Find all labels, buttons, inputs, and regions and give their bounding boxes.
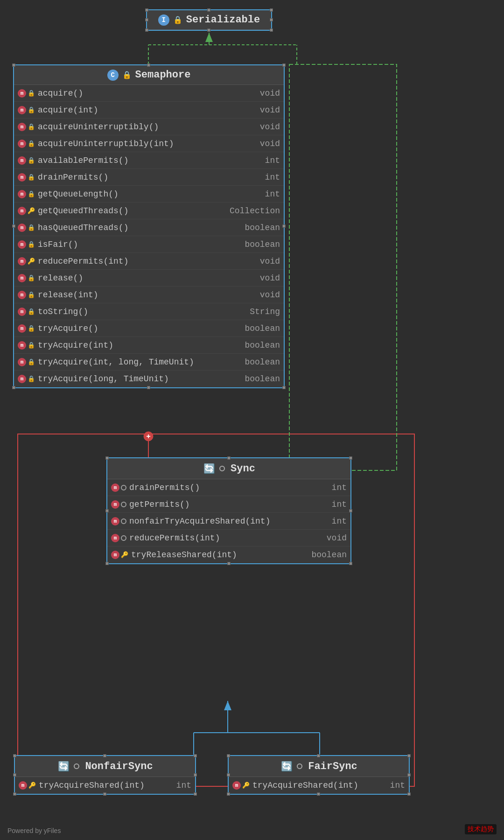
method-name: getQueueLength() xyxy=(38,189,261,199)
method-name: acquireUninterruptibly(int) xyxy=(38,139,256,148)
method-return: int xyxy=(265,173,280,182)
method-row: m 🔒 drainPermits() int xyxy=(14,169,284,186)
method-icons: m xyxy=(111,534,126,542)
method-row: m 🔒 getQueueLength() int xyxy=(14,186,284,203)
method-m-icon: m xyxy=(18,89,26,98)
method-row: m 🔒 availablePermits() int xyxy=(14,152,284,169)
method-return: void xyxy=(260,89,280,98)
method-m-icon: m xyxy=(232,781,241,790)
method-name: drainPermits() xyxy=(38,173,261,182)
method-row: m 🔑 tryAcquireShared(int) int xyxy=(15,777,195,794)
method-row: m 🔒 tryAcquire(int) boolean xyxy=(14,337,284,354)
method-m-icon: m xyxy=(18,173,26,182)
method-icons: m 🔒 xyxy=(18,324,35,333)
sync-title: Sync xyxy=(231,463,255,475)
lock-protected-icon: 🔑 xyxy=(28,782,36,789)
method-row: m reducePermits(int) void xyxy=(107,530,350,546)
lock-protected-icon: 🔑 xyxy=(242,782,250,789)
method-return: boolean xyxy=(245,374,280,384)
serializable-icon-lock: 🔒 xyxy=(173,15,182,25)
nonfairsync-title: NonfairSync xyxy=(85,761,153,772)
method-return: boolean xyxy=(245,357,280,367)
svg-point-6 xyxy=(144,432,153,441)
method-name: reducePermits(int) xyxy=(38,257,256,266)
semaphore-header: C 🔒 Semaphore xyxy=(14,65,284,85)
method-icons: m 🔑 xyxy=(19,781,36,790)
sync-icon: 🔄 xyxy=(203,462,216,475)
method-row: m 🔒 tryAcquire() boolean xyxy=(14,320,284,337)
method-return: int xyxy=(332,517,347,526)
method-row: m drainPermits() int xyxy=(107,479,350,496)
method-name: tryAcquire(int) xyxy=(38,341,241,350)
lock-icon: 🔒 xyxy=(28,190,35,198)
method-m-icon: m xyxy=(18,224,26,232)
method-row: m 🔒 acquire() void xyxy=(14,85,284,102)
method-return: boolean xyxy=(311,550,347,560)
method-name: drainPermits() xyxy=(129,483,328,492)
nonfairsync-circle xyxy=(74,763,79,769)
method-return: boolean xyxy=(245,240,280,249)
method-name: tryAcquireShared(int) xyxy=(39,781,173,790)
class-fairsync: 🔄 FairSync m 🔑 tryAcquireShared(int) int xyxy=(228,755,410,795)
method-icons: m 🔒 xyxy=(18,341,35,350)
lock-icon: 🔒 xyxy=(28,325,35,332)
lock-icon: 🔒 xyxy=(28,342,35,349)
method-icons: m 🔒 xyxy=(18,123,35,131)
method-m-icon: m xyxy=(18,123,26,131)
method-return: void xyxy=(327,533,347,543)
method-m-icon: m xyxy=(18,156,26,165)
svg-text:+: + xyxy=(146,433,151,441)
lock-icon: 🔒 xyxy=(28,274,35,282)
method-m-icon: m xyxy=(18,106,26,114)
method-row: m nonfairTryAcquireShared(int) int xyxy=(107,513,350,530)
lock-icon: 🔒 xyxy=(28,90,35,97)
method-return: void xyxy=(260,257,280,266)
method-icons: m 🔒 xyxy=(18,156,35,165)
nonfairsync-icon: 🔄 xyxy=(57,760,70,773)
method-name: tryAcquireShared(int) xyxy=(252,781,386,790)
method-m-icon: m xyxy=(18,140,26,148)
method-row: m 🔒 acquireUninterruptibly() void xyxy=(14,119,284,135)
method-return: boolean xyxy=(245,324,280,333)
lock-icon: 🔒 xyxy=(28,241,35,248)
watermark: Powered by yFiles xyxy=(7,827,61,834)
lock-icon: 🔒 xyxy=(28,308,35,315)
method-icons: m 🔒 xyxy=(18,224,35,232)
lock-protected-icon: 🔑 xyxy=(121,551,128,559)
open-icon xyxy=(121,485,126,490)
fairsync-circle xyxy=(297,763,302,769)
method-name: tryAcquire(int, long, TimeUnit) xyxy=(38,357,241,367)
method-return: int xyxy=(390,781,405,790)
method-name: release() xyxy=(38,273,256,283)
method-name: availablePermits() xyxy=(38,156,261,165)
class-nonfairsync: 🔄 NonfairSync m 🔑 tryAcquireShared(int) … xyxy=(14,755,196,795)
lock-protected-icon: 🔑 xyxy=(28,258,35,265)
method-icons: m 🔑 xyxy=(232,781,250,790)
fairsync-icon: 🔄 xyxy=(280,760,293,773)
svg-rect-9 xyxy=(289,64,397,470)
lock-icon: 🔒 xyxy=(28,224,35,231)
method-return: String xyxy=(250,307,280,316)
open-icon xyxy=(121,518,126,524)
method-row: m 🔑 tryAcquireShared(int) int xyxy=(229,777,409,794)
method-row: m 🔒 acquireUninterruptibly(int) void xyxy=(14,135,284,152)
tech-badge: 技术趋势 xyxy=(465,824,497,834)
method-icons: m 🔑 xyxy=(18,257,35,266)
class-serializable: I 🔒 Serializable xyxy=(146,9,272,31)
serializable-icon-i: I xyxy=(158,14,169,26)
class-semaphore: C 🔒 Semaphore m 🔒 acquire() void m 🔒 acq… xyxy=(13,64,285,388)
method-name: reducePermits(int) xyxy=(129,533,323,543)
method-return: int xyxy=(332,500,347,509)
serializable-title: Serializable xyxy=(186,14,260,26)
method-name: tryAcquire() xyxy=(38,324,241,333)
method-row: m 🔒 hasQueuedThreads() boolean xyxy=(14,219,284,236)
method-m-icon: m xyxy=(18,240,26,249)
method-icons: m 🔒 xyxy=(18,173,35,182)
method-m-icon: m xyxy=(18,207,26,215)
method-icons: m 🔒 xyxy=(18,358,35,366)
method-return: void xyxy=(260,122,280,132)
method-row: m 🔒 acquire(int) void xyxy=(14,102,284,119)
method-row: m 🔒 release(int) void xyxy=(14,287,284,303)
method-name: getQueuedThreads() xyxy=(38,206,226,216)
svg-marker-3 xyxy=(205,33,213,42)
